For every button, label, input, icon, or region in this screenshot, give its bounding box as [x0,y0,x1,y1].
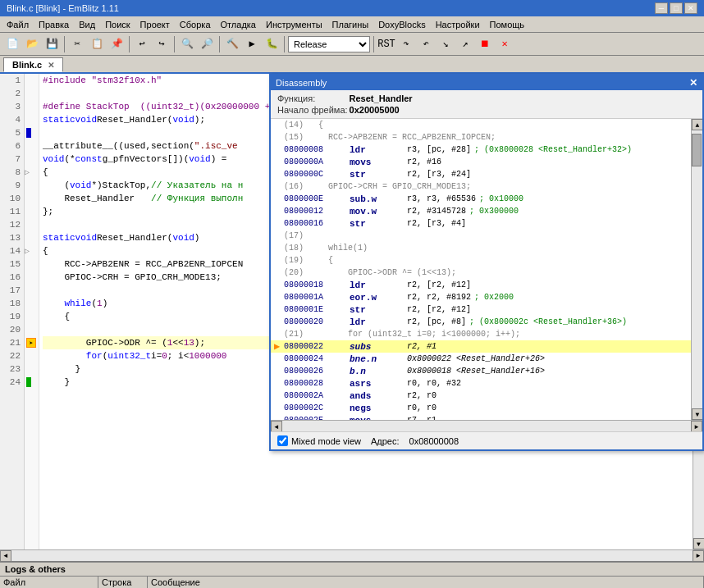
tab-label: Blink.c [12,60,42,70]
disconnect-button[interactable]: ✕ [496,35,514,53]
disasm-function-label: Функция: [277,93,348,103]
mixed-mode-label: Mixed mode view [291,436,361,446]
mixed-mode-checkbox[interactable] [277,435,288,446]
disasm-table-container[interactable]: (14) { (15) RCC->APB2ENR = RCC_APB2ENR_I… [271,119,691,420]
build-button[interactable]: 🔨 [223,35,241,53]
disasm-info: Функция: Reset_Handler Начало фрейма: 0x… [271,90,702,119]
redo-button[interactable]: ↪ [153,35,171,53]
breakpoint-marker [26,128,31,138]
separator4 [219,36,220,52]
disasm-row-src15: (15) RCC->APB2ENR = RCC_APB2ENR_IOPCEN; [271,131,691,144]
disasm-row-08000024: 08000024 bne.n 0x8000022 <Reset_Handler+… [271,353,691,365]
disasm-row-08000020: 08000020 ldr r2, [pc, #8]; (0x800002c <R… [271,316,691,328]
menu-search[interactable]: Поиск [100,19,135,30]
disasm-title-bar: Disassembly ✕ [271,75,702,90]
menu-view[interactable]: Вид [74,19,100,30]
toolbar: 📄 📂 💾 ✂ 📋 📌 ↩ ↪ 🔍 🔎 🔨 ▶ 🐛 Debug Release … [0,33,704,56]
line-numbers: 1 2 3 4 5 6 7 8 9 10 11 12 13 14 15 16 1… [0,74,25,549]
disasm-row-08000008: 08000008 ldr r3, [pc, #28]; (0x8000028 <… [271,144,691,156]
disasm-row-src14: (14) { [271,119,691,131]
editor-hscrollbar[interactable]: ◄ ► [0,549,704,561]
save-button[interactable]: 💾 [43,35,61,53]
disasm-close-button[interactable]: ✕ [689,77,697,89]
disasm-row-08000028: 08000028 asrs r0, r0, #32 [271,377,691,390]
disasm-row-0800002E: 0800002E movs r7, r1 [271,414,691,420]
disasm-vscrollbar[interactable]: ▲ ▼ [691,119,702,420]
debug-button[interactable]: 🐛 [263,35,281,53]
step-over-button[interactable]: ↶ [417,35,435,53]
step-out-button[interactable]: ↗ [456,35,474,53]
title-bar: Blink.c [Blink] - EmBlitz 1.11 ─ □ ✕ [0,0,704,16]
disasm-scroll-track[interactable] [692,130,702,408]
menu-help[interactable]: Помощь [485,19,530,30]
reset-button[interactable]: RST [377,35,395,53]
menu-debug[interactable]: Отладка [216,19,261,30]
app-title: Blink.c [Blink] - EmBlitz 1.11 [7,3,119,13]
run-button[interactable]: ▶ [243,35,261,53]
menu-settings[interactable]: Настройки [431,19,485,30]
log-col-file: Файл [0,577,98,588]
log-column-headers: Файл Строка Сообщение [0,577,704,588]
disasm-addr-value: 0x08000008 [409,436,459,446]
green-marker [26,377,31,387]
disasm-row-src17: (17) [271,230,691,242]
disassembly-panel: Disassembly ✕ Функция: Reset_Handler Нач… [269,74,704,451]
disasm-hscroll-track[interactable] [282,421,691,431]
undo-button[interactable]: ↩ [133,35,151,53]
menu-tools[interactable]: Инструменты [261,19,327,30]
disasm-hscroll-right[interactable]: ► [691,421,702,432]
disasm-row-0800000C: 0800000C str r2, [r3, #24] [271,168,691,180]
disasm-row-src21: (21) for (uint32_t i=0; i<1000000; i++); [271,328,691,340]
menu-project[interactable]: Проект [135,19,175,30]
mixed-mode-checkbox-area[interactable]: Mixed mode view [277,435,361,446]
log-col-message: Сообщение [148,577,704,588]
tab-blink-c[interactable]: Blink.c ✕ [3,57,63,72]
disasm-scroll-up[interactable]: ▲ [692,119,702,130]
current-line-marker: ➤ [26,338,36,348]
hscroll-left[interactable]: ◄ [0,550,11,562]
find-button[interactable]: 🔍 [178,35,196,53]
hscroll-right[interactable]: ► [693,550,704,562]
scroll-down-arrow[interactable]: ▼ [693,538,705,549]
disasm-row-08000012: 08000012 mov.w r2, #3145728; 0x300000 [271,205,691,217]
new-button[interactable]: 📄 [3,35,21,53]
close-button[interactable]: ✕ [684,2,697,14]
disasm-row-08000026: 08000026 b.n 0x8000018 <Reset_Handler+16… [271,365,691,377]
copy-button[interactable]: 📋 [88,35,106,53]
disasm-row-0800002A: 0800002A ands r2, r0 [271,390,691,402]
log-header: Logs & others [0,563,704,577]
step-into-button[interactable]: ↘ [437,35,455,53]
disasm-row-08000022: ▶ 08000022 subs r2, #1 [271,340,691,353]
window-controls: ─ □ ✕ [655,2,697,14]
tab-bar: Blink.c ✕ [0,56,704,74]
menu-edit[interactable]: Правка [34,19,74,30]
gutter: ▷ ▷ ➤ [25,74,39,549]
cut-button[interactable]: ✂ [68,35,86,53]
build-config-select[interactable]: Debug Release [288,36,370,52]
disasm-hscroll-left[interactable]: ◄ [271,421,282,432]
find-next-button[interactable]: 🔎 [198,35,216,53]
menu-doxy[interactable]: DoxyBlocks [373,19,430,30]
minimize-button[interactable]: ─ [655,2,668,14]
menu-build[interactable]: Сборка [175,19,216,30]
disasm-title-label: Disassembly [276,78,327,88]
disasm-row-src16: (16) GPIOC->CRH = GPIO_CRH_MODE13; [271,180,691,193]
disasm-row-src18: (18) while(1) [271,242,691,254]
disasm-scroll-down[interactable]: ▼ [692,408,702,420]
disasm-row-08000018: 08000018 ldr r2, [r2, #12] [271,279,691,291]
disasm-row-src19: (19) { [271,254,691,267]
log-area: Logs & others Файл Строка Сообщение .\Bl… [0,561,704,588]
disasm-scroll-handle[interactable] [692,134,702,166]
disasm-row-0800000E: 0800000E sub.w r3, r3, #65536; 0x10000 [271,193,691,205]
menu-plugins[interactable]: Плагины [327,19,374,30]
open-button[interactable]: 📂 [23,35,41,53]
tab-close-icon[interactable]: ✕ [48,61,54,70]
step-button[interactable]: ↷ [397,35,415,53]
paste-button[interactable]: 📌 [107,35,126,53]
stop-button[interactable]: ⏹ [476,35,494,53]
disasm-row-src20: (20) GPIOC->ODR ^= (1<<13); [271,267,691,279]
menu-file[interactable]: Файл [2,19,34,30]
maximize-button[interactable]: □ [670,2,683,14]
disasm-hscrollbar[interactable]: ◄ ► [271,420,702,431]
separator1 [64,36,65,52]
